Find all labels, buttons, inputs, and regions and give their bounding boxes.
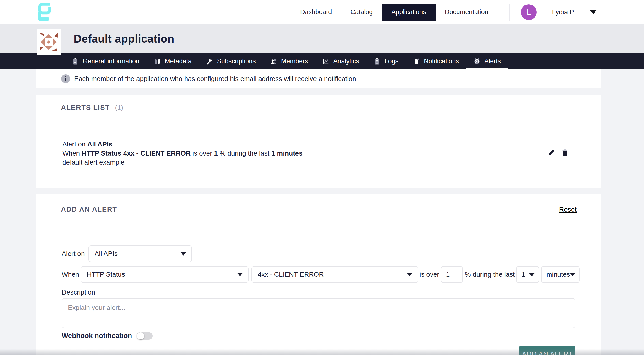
duration-select[interactable]: 1	[516, 266, 539, 283]
alert-list-item: Alert on All APIs When HTTP Status 4xx -…	[36, 120, 601, 188]
tab-label: Members	[281, 57, 308, 65]
when-label: When	[62, 271, 79, 278]
unit-select[interactable]: minutes	[541, 266, 580, 283]
tab-alerts[interactable]: Alerts	[473, 53, 501, 69]
tab-metadata[interactable]: Metadata	[154, 53, 192, 69]
add-alert-header: ADD AN ALERT Reset	[36, 194, 601, 225]
notification-info-banner: i Each member of the application who has…	[36, 69, 601, 88]
webhook-row: Webhook notification	[62, 332, 576, 340]
unit-value: minutes	[546, 271, 570, 278]
alert-actions	[548, 148, 569, 167]
info-icon: i	[61, 74, 70, 83]
avatar[interactable]: L	[521, 4, 537, 20]
tab-label: Logs	[384, 57, 398, 65]
threshold-input[interactable]	[441, 266, 463, 283]
tab-subscriptions[interactable]: Subscriptions	[206, 53, 256, 69]
tab-label: Alerts	[484, 57, 501, 65]
duration-value: 1	[521, 271, 525, 278]
main-content: i Each member of the application who has…	[36, 69, 601, 355]
reset-link[interactable]: Reset	[559, 206, 576, 213]
alerts-count-badge: (1)	[115, 104, 124, 111]
webhook-label: Webhook notification	[62, 332, 132, 340]
description-textarea[interactable]	[62, 298, 576, 328]
add-alert-form: Alert on All APIs When HTTP Status 4xx -…	[36, 245, 601, 355]
nav-item-documentation[interactable]: Documentation	[436, 4, 498, 20]
add-alert-card: ADD AN ALERT Reset Alert on All APIs Whe…	[36, 194, 601, 355]
add-alert-button[interactable]: ADD AN ALERT	[519, 346, 576, 355]
caret-down-icon[interactable]	[590, 10, 597, 14]
key-icon	[206, 58, 213, 65]
tab-label: Analytics	[333, 57, 359, 65]
alert-line-note: default alert example	[62, 158, 303, 167]
page-title: Default application	[74, 32, 174, 45]
tab-analytics[interactable]: Analytics	[322, 53, 359, 69]
app-identicon	[38, 31, 59, 53]
tab-label: Subscriptions	[217, 57, 256, 65]
gravitee-logo-icon	[37, 3, 52, 21]
toggle-knob	[137, 332, 144, 340]
is-over-label: is over	[420, 271, 439, 278]
chart-icon	[322, 58, 330, 65]
chevron-down-icon	[180, 252, 186, 256]
chevron-down-icon	[570, 273, 576, 276]
clipboard-icon	[72, 58, 79, 65]
nav-item-dashboard[interactable]: Dashboard	[291, 4, 341, 20]
user-name[interactable]: Lydia P.	[552, 8, 575, 16]
tab-members[interactable]: Members	[270, 53, 308, 69]
application-icon	[36, 29, 61, 55]
nav-item-applications[interactable]: Applications	[382, 4, 436, 20]
metric-select[interactable]: HTTP Status	[80, 266, 248, 283]
document-icon	[413, 58, 420, 65]
condition-select[interactable]: 4xx - CLIENT ERROR	[252, 266, 418, 283]
alarm-icon	[473, 58, 480, 65]
trash-icon	[561, 148, 569, 156]
application-header: Default application	[0, 24, 644, 53]
nav-item-catalog[interactable]: Catalog	[341, 4, 382, 20]
book-icon	[154, 58, 161, 65]
chevron-down-icon	[237, 273, 243, 276]
alert-on-row: Alert on All APIs	[62, 245, 576, 262]
alerts-list-title: ALERTS LIST	[61, 104, 110, 112]
chevron-down-icon	[407, 273, 412, 276]
alerts-list-header: ALERTS LIST (1)	[36, 95, 601, 120]
alert-line-scope: Alert on All APIs	[62, 140, 303, 149]
tab-label: Notifications	[424, 57, 459, 65]
pencil-icon	[548, 148, 556, 156]
webhook-toggle[interactable]	[137, 332, 152, 340]
top-bar: Dashboard Catalog Applications Documenta…	[0, 0, 644, 24]
condition-value: 4xx - CLIENT ERROR	[258, 271, 402, 278]
description-label: Description	[62, 289, 576, 296]
alert-on-value: All APIs	[95, 250, 176, 258]
tab-notifications[interactable]: Notifications	[413, 53, 459, 69]
alert-on-select[interactable]: All APIs	[88, 245, 192, 262]
tab-general-information[interactable]: General information	[72, 53, 139, 69]
condition-row: When HTTP Status 4xx - CLIENT ERROR is o…	[62, 266, 576, 283]
people-icon	[270, 58, 277, 65]
alert-description: Alert on All APIs When HTTP Status 4xx -…	[62, 140, 303, 167]
alert-on-label: Alert on	[62, 250, 85, 258]
metric-value: HTTP Status	[87, 271, 233, 278]
gravitee-logo[interactable]	[37, 3, 52, 21]
edit-alert-button[interactable]	[548, 148, 556, 156]
alert-line-condition: When HTTP Status 4xx - CLIENT ERROR is o…	[62, 149, 303, 158]
alerts-list-card: ALERTS LIST (1) Alert on All APIs When H…	[36, 95, 601, 188]
top-navigation: Dashboard Catalog Applications Documenta…	[291, 0, 644, 24]
delete-alert-button[interactable]	[561, 148, 569, 156]
chevron-down-icon	[529, 273, 535, 276]
logs-icon	[374, 58, 380, 65]
tab-label: Metadata	[165, 57, 192, 65]
submit-row: ADD AN ALERT	[62, 346, 576, 355]
divider	[510, 3, 510, 21]
info-banner-text: Each member of the application who has c…	[74, 75, 356, 83]
duration-label: % during the last	[465, 271, 515, 278]
tab-label: General information	[83, 57, 139, 65]
tab-logs[interactable]: Logs	[374, 53, 398, 69]
add-alert-title: ADD AN ALERT	[61, 205, 117, 213]
application-tab-bar: General information Metadata Subscriptio…	[0, 53, 644, 69]
